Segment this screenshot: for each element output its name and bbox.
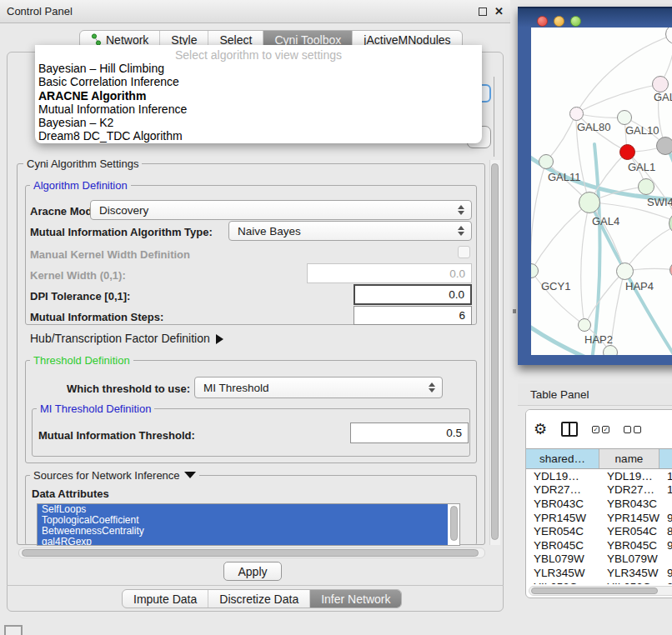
tab-infer-network[interactable]: Infer Network xyxy=(310,590,401,608)
zoom-traffic-light[interactable] xyxy=(570,16,581,27)
table-row[interactable]: YER054CYER054C8. xyxy=(526,524,672,538)
control-panel-titlebar[interactable]: Control Panel ✕ xyxy=(0,0,510,23)
split-columns-icon[interactable] xyxy=(561,422,578,437)
gear-icon[interactable]: ⚙ xyxy=(534,422,547,437)
attribute-item[interactable]: BetweennessCentrality xyxy=(38,526,448,537)
kernel-width-field[interactable]: 0.0 xyxy=(307,263,472,283)
select-all-icon[interactable]: ✓✓ xyxy=(592,426,609,433)
sources-group-title[interactable]: Sources for Network Inference xyxy=(30,469,199,482)
node-label: GAL11 xyxy=(548,171,581,183)
algorithm-option[interactable]: ARACNE Algorithm xyxy=(38,89,479,102)
close-icon[interactable]: ✕ xyxy=(494,8,504,16)
network-canvas[interactable]: GALGAL80GAL10GAL1GAL11SWI4GAL4GCY1HAP4YH… xyxy=(531,28,672,355)
apply-button-label: Apply xyxy=(238,565,267,578)
panel-splitter-grip[interactable] xyxy=(513,309,516,313)
table-cell: YPR145W xyxy=(526,511,599,525)
table-row[interactable]: YDR27…YDR27…12 xyxy=(526,483,672,498)
column-header[interactable]: A xyxy=(659,449,672,468)
node-table-panel: ⚙ ✓✓ shared…nameA YDL19…YDL19…13YDR27…YD… xyxy=(525,409,672,598)
table-row[interactable]: YLR345WYLR345W9. xyxy=(526,566,672,580)
aracne-mode-value: Discovery xyxy=(99,204,148,217)
column-header[interactable]: shared… xyxy=(526,449,599,468)
which-threshold-label: Which threshold to use: xyxy=(67,382,190,395)
network-node-gal10[interactable] xyxy=(617,110,632,125)
settings-group-title: Cyni Algorithm Settings xyxy=(23,158,142,170)
table-row[interactable]: YBL079WYBL079W xyxy=(526,552,672,567)
algorithm-option[interactable]: Dream8 DC_TDC Algorithm xyxy=(38,129,479,142)
stepper-icon xyxy=(458,222,464,240)
mi-type-label: Mutual Information Algorithm Type: xyxy=(30,226,213,238)
mi-threshold-field[interactable]: 0.5 xyxy=(350,422,469,443)
stepper-icon xyxy=(458,201,464,219)
stepper-icon xyxy=(429,378,435,398)
network-node-gal4[interactable] xyxy=(579,192,600,213)
tab-label: Discretize Data xyxy=(219,592,298,606)
table-cell: 9 xyxy=(659,580,672,584)
table-row[interactable]: YIL052CYIL052C9 xyxy=(526,580,672,584)
network-view-window[interactable]: GALGAL80GAL10GAL1GAL11SWI4GAL4GCY1HAP4YH… xyxy=(518,7,672,365)
dpi-tolerance-value: 0.0 xyxy=(449,288,464,301)
settings-hscroll-thumb[interactable] xyxy=(22,549,479,557)
hub-definition-toggle[interactable]: Hub/Transcription Factor Definition xyxy=(30,332,223,345)
table-cell xyxy=(659,552,672,567)
tab-discretize-data[interactable]: Discretize Data xyxy=(208,590,310,608)
table-cell: 8. xyxy=(659,524,672,538)
threshold-definition-title: Threshold Definition xyxy=(30,354,133,367)
mi-threshold-title: MI Threshold Definition xyxy=(37,402,154,415)
data-attributes-list[interactable]: SelfLoopsTopologicalCoefficientBetweenne… xyxy=(37,503,460,546)
tab-label: Impute Data xyxy=(133,592,197,606)
table-cell: YBR043C xyxy=(599,497,659,511)
network-node-gal[interactable] xyxy=(652,76,669,92)
dpi-tolerance-field[interactable]: 0.0 xyxy=(354,284,472,305)
expanded-arrow-icon xyxy=(184,472,196,478)
table-cell: YDR27… xyxy=(526,483,599,498)
attribute-item[interactable]: gal4RGexp xyxy=(38,537,448,546)
which-threshold-select[interactable]: MI Threshold xyxy=(194,377,443,398)
network-node-gal1[interactable] xyxy=(619,144,635,160)
node-label: HAP2 xyxy=(584,333,613,346)
node-label: SWI4 xyxy=(647,196,672,208)
table-row[interactable]: YBR045CYBR045C9. xyxy=(526,538,672,552)
tab-label: Infer Network xyxy=(321,592,390,606)
algorithm-option[interactable]: Bayesian – K2 xyxy=(38,116,479,129)
settings-vscroll-thumb[interactable] xyxy=(491,163,499,540)
minimize-traffic-light[interactable] xyxy=(554,16,564,27)
attribute-list-scrollbar[interactable] xyxy=(450,506,458,541)
close-traffic-light[interactable] xyxy=(537,16,548,27)
algorithm-option[interactable]: Mutual Information Inference xyxy=(38,102,479,116)
manual-kernel-checkbox[interactable] xyxy=(458,246,470,258)
network-node-hap2[interactable] xyxy=(578,318,591,332)
minimized-panel-icon[interactable] xyxy=(4,625,23,635)
mi-threshold-value: 0.5 xyxy=(446,427,462,439)
network-node-gray[interactable] xyxy=(656,137,672,155)
table-cell: YBR045C xyxy=(526,538,599,552)
float-window-icon[interactable] xyxy=(479,8,487,16)
mi-steps-field[interactable]: 6 xyxy=(354,306,472,325)
table-cell: YLR345W xyxy=(526,566,599,580)
network-node-hap4[interactable] xyxy=(616,262,634,280)
network-node-gal11[interactable] xyxy=(539,154,554,169)
network-node-gal80[interactable] xyxy=(569,107,584,121)
table-row[interactable]: YDL19…YDL19…13 xyxy=(526,469,672,483)
algorithm-option[interactable]: Bayesian – Hill Climbing xyxy=(38,62,479,75)
table-row[interactable]: YPR145WYPR145W9. xyxy=(526,511,672,525)
column-header[interactable]: name xyxy=(599,449,659,468)
tab-impute-data[interactable]: Impute Data xyxy=(123,590,208,608)
deselect-all-icon[interactable] xyxy=(624,426,641,433)
network-node-bot[interactable] xyxy=(603,345,618,355)
node-label: GCY1 xyxy=(541,280,570,292)
node-label: GAL1 xyxy=(628,161,655,173)
table-hscroll-thumb[interactable] xyxy=(531,588,658,594)
mi-type-select[interactable]: Naive Bayes xyxy=(228,221,472,241)
table-row[interactable]: YBR043CYBR043C xyxy=(526,497,672,511)
table-cell: 12 xyxy=(659,483,672,498)
table-header-row: shared…nameA xyxy=(526,448,672,469)
table-cell: YIL052C xyxy=(599,580,659,584)
apply-button[interactable]: Apply xyxy=(223,562,282,581)
table-cell: YDL19… xyxy=(526,469,599,483)
algorithm-option[interactable]: Basic Correlation Inference xyxy=(38,75,479,88)
aracne-mode-select[interactable]: Discovery xyxy=(90,200,472,220)
network-node-swi4[interactable] xyxy=(638,178,654,195)
table-body: YDL19…YDL19…13YDR27…YDR27…12YBR043CYBR04… xyxy=(526,469,672,584)
sources-title-text: Sources for Network Inference xyxy=(33,469,180,482)
